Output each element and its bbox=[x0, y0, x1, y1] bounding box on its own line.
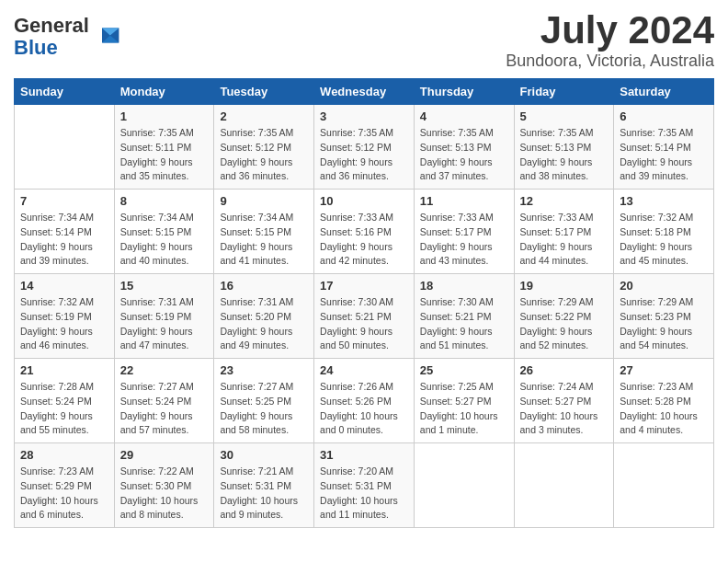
calendar-cell: 27Sunrise: 7:23 AMSunset: 5:28 PMDayligh… bbox=[614, 359, 714, 443]
day-info: Sunrise: 7:35 AMSunset: 5:13 PMDaylight:… bbox=[520, 126, 609, 184]
logo-blue: Blue bbox=[14, 36, 58, 59]
day-info: Sunrise: 7:32 AMSunset: 5:19 PMDaylight:… bbox=[20, 295, 108, 353]
title-area: July 2024 Bundoora, Victoria, Australia bbox=[506, 9, 714, 71]
day-info: Sunrise: 7:23 AMSunset: 5:29 PMDaylight:… bbox=[20, 465, 108, 523]
calendar-cell: 4Sunrise: 7:35 AMSunset: 5:13 PMDaylight… bbox=[414, 105, 514, 190]
day-info: Sunrise: 7:33 AMSunset: 5:16 PMDaylight:… bbox=[320, 211, 408, 269]
day-header-saturday: Saturday bbox=[614, 79, 714, 105]
day-info: Sunrise: 7:30 AMSunset: 5:21 PMDaylight:… bbox=[320, 295, 408, 353]
calendar-cell: 31Sunrise: 7:20 AMSunset: 5:31 PMDayligh… bbox=[314, 443, 415, 528]
calendar-header-row: SundayMondayTuesdayWednesdayThursdayFrid… bbox=[15, 79, 714, 105]
day-info: Sunrise: 7:20 AMSunset: 5:31 PMDaylight:… bbox=[320, 465, 408, 523]
day-number: 1 bbox=[120, 109, 209, 123]
day-number: 10 bbox=[320, 194, 408, 208]
day-info: Sunrise: 7:35 AMSunset: 5:12 PMDaylight:… bbox=[320, 126, 408, 184]
day-info: Sunrise: 7:21 AMSunset: 5:31 PMDaylight:… bbox=[220, 465, 308, 523]
calendar-cell: 14Sunrise: 7:32 AMSunset: 5:19 PMDayligh… bbox=[15, 274, 115, 359]
day-number: 16 bbox=[220, 279, 308, 293]
logo: General Blue bbox=[14, 15, 120, 59]
day-info: Sunrise: 7:27 AMSunset: 5:25 PMDaylight:… bbox=[220, 380, 308, 438]
day-info: Sunrise: 7:30 AMSunset: 5:21 PMDaylight:… bbox=[420, 295, 508, 353]
logo-general: General bbox=[14, 14, 89, 37]
day-number: 18 bbox=[420, 279, 508, 293]
day-number: 17 bbox=[320, 279, 408, 293]
day-number: 25 bbox=[420, 363, 508, 377]
calendar-cell: 24Sunrise: 7:26 AMSunset: 5:26 PMDayligh… bbox=[314, 359, 415, 443]
calendar-cell: 2Sunrise: 7:35 AMSunset: 5:12 PMDaylight… bbox=[214, 105, 314, 190]
day-info: Sunrise: 7:34 AMSunset: 5:15 PMDaylight:… bbox=[120, 211, 209, 269]
day-number: 20 bbox=[620, 279, 708, 293]
day-info: Sunrise: 7:34 AMSunset: 5:15 PMDaylight:… bbox=[220, 211, 308, 269]
day-header-tuesday: Tuesday bbox=[214, 79, 314, 105]
day-number: 13 bbox=[620, 194, 708, 208]
calendar-cell: 26Sunrise: 7:24 AMSunset: 5:27 PMDayligh… bbox=[514, 359, 614, 443]
calendar-cell: 30Sunrise: 7:21 AMSunset: 5:31 PMDayligh… bbox=[214, 443, 314, 528]
calendar-week-row: 21Sunrise: 7:28 AMSunset: 5:24 PMDayligh… bbox=[15, 359, 714, 443]
day-header-wednesday: Wednesday bbox=[314, 79, 415, 105]
calendar-cell: 16Sunrise: 7:31 AMSunset: 5:20 PMDayligh… bbox=[214, 274, 314, 359]
calendar-cell bbox=[15, 105, 115, 190]
calendar-cell: 17Sunrise: 7:30 AMSunset: 5:21 PMDayligh… bbox=[314, 274, 415, 359]
day-number: 6 bbox=[620, 109, 708, 123]
day-number: 30 bbox=[220, 448, 308, 462]
day-number: 28 bbox=[20, 448, 108, 462]
calendar-cell: 20Sunrise: 7:29 AMSunset: 5:23 PMDayligh… bbox=[614, 274, 714, 359]
day-info: Sunrise: 7:22 AMSunset: 5:30 PMDaylight:… bbox=[120, 465, 209, 523]
calendar-cell: 25Sunrise: 7:25 AMSunset: 5:27 PMDayligh… bbox=[414, 359, 514, 443]
calendar-cell: 13Sunrise: 7:32 AMSunset: 5:18 PMDayligh… bbox=[614, 190, 714, 274]
day-info: Sunrise: 7:33 AMSunset: 5:17 PMDaylight:… bbox=[520, 211, 609, 269]
calendar-cell: 5Sunrise: 7:35 AMSunset: 5:13 PMDaylight… bbox=[514, 105, 614, 190]
day-number: 2 bbox=[220, 109, 308, 123]
calendar-cell: 9Sunrise: 7:34 AMSunset: 5:15 PMDaylight… bbox=[214, 190, 314, 274]
day-info: Sunrise: 7:32 AMSunset: 5:18 PMDaylight:… bbox=[620, 211, 708, 269]
day-info: Sunrise: 7:27 AMSunset: 5:24 PMDaylight:… bbox=[120, 380, 209, 438]
calendar-cell: 7Sunrise: 7:34 AMSunset: 5:14 PMDaylight… bbox=[15, 190, 115, 274]
day-number: 3 bbox=[320, 109, 408, 123]
day-number: 15 bbox=[120, 279, 209, 293]
calendar-cell: 23Sunrise: 7:27 AMSunset: 5:25 PMDayligh… bbox=[214, 359, 314, 443]
day-info: Sunrise: 7:25 AMSunset: 5:27 PMDaylight:… bbox=[420, 380, 508, 438]
day-header-sunday: Sunday bbox=[15, 79, 115, 105]
day-header-thursday: Thursday bbox=[414, 79, 514, 105]
day-number: 27 bbox=[620, 363, 708, 377]
logo-text: General Blue bbox=[14, 15, 89, 59]
calendar-cell: 22Sunrise: 7:27 AMSunset: 5:24 PMDayligh… bbox=[114, 359, 214, 443]
day-number: 26 bbox=[520, 363, 609, 377]
day-number: 23 bbox=[220, 363, 308, 377]
day-number: 8 bbox=[120, 194, 209, 208]
calendar-cell: 15Sunrise: 7:31 AMSunset: 5:19 PMDayligh… bbox=[114, 274, 214, 359]
calendar-cell: 21Sunrise: 7:28 AMSunset: 5:24 PMDayligh… bbox=[15, 359, 115, 443]
day-info: Sunrise: 7:29 AMSunset: 5:23 PMDaylight:… bbox=[620, 295, 708, 353]
day-info: Sunrise: 7:34 AMSunset: 5:14 PMDaylight:… bbox=[20, 211, 108, 269]
month-title: July 2024 bbox=[506, 9, 714, 52]
day-number: 5 bbox=[520, 109, 609, 123]
day-info: Sunrise: 7:35 AMSunset: 5:13 PMDaylight:… bbox=[420, 126, 508, 184]
day-number: 29 bbox=[120, 448, 209, 462]
calendar-cell: 3Sunrise: 7:35 AMSunset: 5:12 PMDaylight… bbox=[314, 105, 415, 190]
day-info: Sunrise: 7:28 AMSunset: 5:24 PMDaylight:… bbox=[20, 380, 108, 438]
day-info: Sunrise: 7:35 AMSunset: 5:11 PMDaylight:… bbox=[120, 126, 209, 184]
day-info: Sunrise: 7:31 AMSunset: 5:20 PMDaylight:… bbox=[220, 295, 308, 353]
day-info: Sunrise: 7:35 AMSunset: 5:12 PMDaylight:… bbox=[220, 126, 308, 184]
day-number: 31 bbox=[320, 448, 408, 462]
day-info: Sunrise: 7:24 AMSunset: 5:27 PMDaylight:… bbox=[520, 380, 609, 438]
calendar-cell bbox=[614, 443, 714, 528]
day-number: 9 bbox=[220, 194, 308, 208]
calendar-cell bbox=[514, 443, 614, 528]
day-header-friday: Friday bbox=[514, 79, 614, 105]
day-number: 19 bbox=[520, 279, 609, 293]
day-number: 7 bbox=[20, 194, 108, 208]
calendar-cell: 28Sunrise: 7:23 AMSunset: 5:29 PMDayligh… bbox=[15, 443, 115, 528]
calendar-cell: 6Sunrise: 7:35 AMSunset: 5:14 PMDaylight… bbox=[614, 105, 714, 190]
day-number: 12 bbox=[520, 194, 609, 208]
day-info: Sunrise: 7:23 AMSunset: 5:28 PMDaylight:… bbox=[620, 380, 708, 438]
day-number: 11 bbox=[420, 194, 508, 208]
calendar-table: SundayMondayTuesdayWednesdayThursdayFrid… bbox=[14, 78, 714, 528]
day-number: 14 bbox=[20, 279, 108, 293]
calendar-cell bbox=[414, 443, 514, 528]
page-header: General Blue July 2024 Bundoora, Victori… bbox=[14, 9, 714, 71]
calendar-week-row: 7Sunrise: 7:34 AMSunset: 5:14 PMDaylight… bbox=[15, 190, 714, 274]
day-number: 21 bbox=[20, 363, 108, 377]
calendar-cell: 12Sunrise: 7:33 AMSunset: 5:17 PMDayligh… bbox=[514, 190, 614, 274]
day-info: Sunrise: 7:35 AMSunset: 5:14 PMDaylight:… bbox=[620, 126, 708, 184]
